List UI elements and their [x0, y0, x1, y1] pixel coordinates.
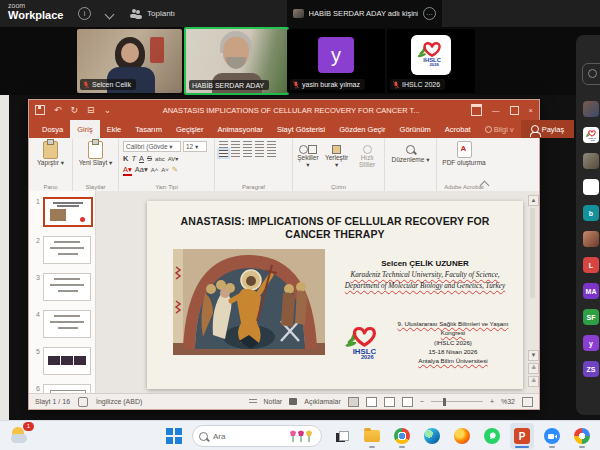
- save-icon[interactable]: [35, 105, 45, 115]
- minimize-button[interactable]: —: [492, 106, 500, 115]
- participants-search-input[interactable]: [582, 63, 600, 85]
- indent-decrease-button[interactable]: [243, 141, 252, 148]
- slide-thumbnail-6[interactable]: 6: [33, 384, 95, 393]
- ribbon-tab-slayt-gösterisi[interactable]: Slayt Gösterisi: [270, 120, 332, 138]
- notes-button[interactable]: Notlar: [264, 398, 283, 405]
- scroll-up-icon[interactable]: ▲: [528, 195, 539, 206]
- font-size-select[interactable]: 12 ▾: [183, 141, 207, 152]
- zoom-in-button[interactable]: +: [490, 398, 494, 405]
- underline-button[interactable]: A: [139, 154, 144, 163]
- participant-avatar-L[interactable]: L: [583, 257, 599, 273]
- align-center-button[interactable]: [231, 150, 240, 157]
- new-slide-button[interactable]: Yeni Slayt ▾: [77, 141, 114, 166]
- vertical-scrollbar[interactable]: ▲ ▼ ≛ ≚: [528, 195, 537, 389]
- zoom-slider[interactable]: [431, 401, 483, 403]
- tab-tellme[interactable]: Bilgi v: [478, 120, 521, 138]
- tab-shared-screen[interactable]: HABİB SERDAR ADAY adlı kişinin …: [287, 0, 442, 27]
- participant-avatar-MA[interactable]: MA: [583, 283, 599, 299]
- participant-avatar-photo2[interactable]: [583, 153, 599, 169]
- previous-slide-icon[interactable]: ≛: [528, 363, 539, 374]
- slide-thumbnail-4[interactable]: 4: [33, 310, 95, 338]
- fit-to-window-icon[interactable]: [522, 397, 533, 407]
- maximize-button[interactable]: [510, 106, 519, 115]
- ribbon-tab-ekle[interactable]: Ekle: [100, 120, 129, 138]
- shapes-button[interactable]: Şekiller ▾: [297, 145, 319, 169]
- tab-more-icon[interactable]: …: [423, 7, 436, 20]
- ribbon-tab-dosya[interactable]: Dosya: [35, 120, 70, 138]
- scroll-down-icon[interactable]: ▼: [528, 350, 539, 361]
- numbering-button[interactable]: [231, 141, 240, 148]
- taskbar-icon-whatsapp[interactable]: [480, 423, 504, 449]
- close-button[interactable]: ×: [529, 106, 533, 115]
- participant-avatar-b[interactable]: b: [583, 205, 599, 221]
- taskbar-icon-task-view[interactable]: [330, 423, 354, 449]
- slide-thumbnail-5[interactable]: 5: [33, 347, 95, 375]
- taskbar-search-input[interactable]: Ara: [192, 425, 322, 447]
- shrink-font-button[interactable]: A˅: [161, 167, 169, 173]
- slide-canvas[interactable]: ANASTASIS: IMPLICATIONS OF CELLULAR RECO…: [147, 201, 523, 389]
- reading-view-button[interactable]: [384, 397, 395, 407]
- paste-button[interactable]: Yapıştır ▾: [33, 141, 68, 166]
- undo-icon[interactable]: ↶: [54, 106, 62, 115]
- info-icon[interactable]: i: [78, 7, 91, 20]
- editing-button[interactable]: Düzenleme ▾: [389, 145, 432, 163]
- chevron-down-icon[interactable]: [105, 10, 115, 20]
- italic-button[interactable]: T: [131, 154, 136, 163]
- taskbar-icon-chrome[interactable]: [390, 423, 414, 449]
- participant-avatar-photo1[interactable]: [583, 101, 599, 117]
- bullets-button[interactable]: [219, 141, 228, 148]
- participant-avatar-ZS[interactable]: ZS: [583, 361, 599, 377]
- video-tile-habib-active-speaker[interactable]: HABİB SERDAR ADAY: [184, 27, 289, 95]
- weather-widget[interactable]: 1: [10, 425, 32, 447]
- share-button[interactable]: Paylaş: [521, 120, 575, 138]
- ribbon-tab-acrobat[interactable]: Acrobat: [438, 120, 478, 138]
- font-name-select[interactable]: Calibri (Gövde ▾: [123, 141, 181, 152]
- taskbar-icon-edge[interactable]: [420, 423, 444, 449]
- arrange-button[interactable]: Yerleştir ▾: [325, 145, 348, 169]
- change-case-button[interactable]: Aa▾: [135, 165, 148, 174]
- participant-avatar-photo3[interactable]: [583, 231, 599, 247]
- participant-avatar-white[interactable]: [583, 179, 599, 195]
- slide-thumbnail-3[interactable]: 3: [33, 273, 95, 301]
- justify-button[interactable]: [255, 150, 264, 157]
- powerpoint-titlebar[interactable]: ↶ ↻ ⊟ ⌄ ANASTASIS IMPLICATIONS OF CELLUL…: [29, 100, 539, 120]
- create-pdf-button[interactable]: PDF oluşturma: [441, 141, 487, 166]
- taskbar-icon-powerpoint[interactable]: P: [510, 423, 534, 449]
- slide-thumbnail-panel[interactable]: 123456: [29, 191, 96, 393]
- zoom-percentage[interactable]: %32: [501, 398, 515, 405]
- participant-avatar-y[interactable]: y: [583, 335, 599, 351]
- taskbar-icon-zoom[interactable]: [540, 423, 564, 449]
- slide-thumbnail-2[interactable]: 2: [33, 236, 95, 264]
- ribbon-tab-animasyonlar[interactable]: Animasyonlar: [210, 120, 269, 138]
- accessibility-icon[interactable]: [78, 397, 88, 407]
- slide-sorter-view-button[interactable]: [366, 397, 377, 407]
- taskbar-icon-firefox[interactable]: [450, 423, 474, 449]
- taskbar-icon-paint[interactable]: [570, 423, 594, 449]
- slideshow-view-button[interactable]: [402, 397, 413, 407]
- align-right-button[interactable]: [243, 150, 252, 157]
- quick-styles-button[interactable]: Hızlı Stiller: [354, 145, 380, 169]
- taskbar-icon-file-explorer[interactable]: [360, 423, 384, 449]
- highlight-button[interactable]: ✎: [172, 165, 178, 174]
- video-tile-yasin[interactable]: y yasin burak yılmaz: [287, 29, 385, 93]
- char-spacing-button[interactable]: AV▾: [168, 155, 179, 162]
- comments-button[interactable]: Açıklamalar: [304, 398, 341, 405]
- start-button[interactable]: [166, 428, 182, 444]
- font-color-button[interactable]: A▾: [123, 165, 132, 176]
- tab-meeting[interactable]: Toplantı: [130, 0, 175, 27]
- video-tile-ihslc[interactable]: IHSLC 2026 IHSLC 2026: [387, 29, 475, 93]
- strikethrough-button[interactable]: S: [147, 154, 152, 163]
- video-tile-selcen[interactable]: Selcen Celik: [77, 29, 182, 93]
- ribbon-tab-geçişler[interactable]: Geçişler: [169, 120, 211, 138]
- ribbon-tab-tasarım[interactable]: Tasarım: [128, 120, 169, 138]
- customize-qat-icon[interactable]: ⌄: [104, 106, 112, 115]
- participant-avatar-SF[interactable]: SF: [583, 309, 599, 325]
- columns-button[interactable]: [267, 150, 276, 157]
- start-slideshow-icon[interactable]: ⊟: [87, 106, 95, 115]
- ribbon-tab-giriş[interactable]: Giriş: [70, 120, 99, 138]
- ribbon-display-icon[interactable]: [471, 104, 482, 116]
- grow-font-button[interactable]: A˄: [151, 167, 159, 173]
- next-slide-icon[interactable]: ≚: [528, 376, 539, 387]
- slide-thumbnail-1[interactable]: 1: [33, 197, 95, 227]
- participant-avatar-logosq[interactable]: IHSLC 2026: [583, 127, 599, 143]
